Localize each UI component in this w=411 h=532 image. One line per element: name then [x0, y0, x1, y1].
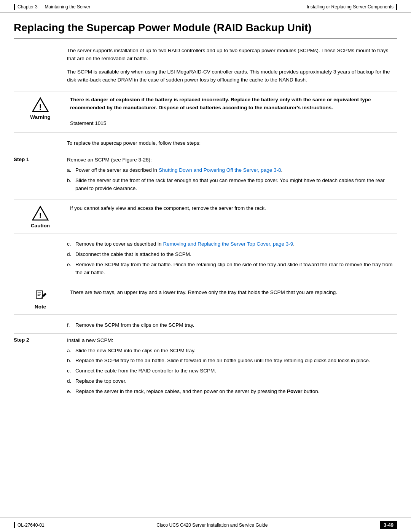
svg-text:!: ! — [39, 211, 41, 220]
step-2-sub-c: c. Connect the cable from the RAID contr… — [67, 367, 397, 375]
step-2-sub-a: a. Slide the new SCPM into the clips on … — [67, 347, 397, 355]
step-1-sub-e-label: e. — [67, 261, 75, 269]
header-chapter: Chapter 3 — [18, 4, 38, 10]
page-footer: OL-27640-01 Cisco UCS C420 Server Instal… — [0, 518, 411, 532]
svg-marker-8 — [42, 293, 46, 297]
step-2-content: Install a new SCPM: — [67, 337, 397, 345]
page-header: Chapter 3 Maintaining the Server Install… — [0, 0, 411, 13]
step-1-sub-b-content: Slide the server out the front of the ra… — [75, 177, 397, 193]
step-2-sub-e-label: e. — [67, 388, 75, 396]
page-title: Replacing the Supercap Power Module (RAI… — [14, 22, 397, 38]
step-2-sub-a-content: Slide the new SCPM into the clips on the… — [75, 347, 397, 355]
caution-content: If you cannot safely view and access the… — [67, 204, 397, 212]
step-1-sub-a-label: a. — [67, 166, 75, 174]
step-1-sub-c-text-before: Remove the top cover as described in — [75, 241, 163, 247]
header-left: Chapter 3 Maintaining the Server — [14, 4, 90, 10]
step-1-sub-c-label: c. — [67, 240, 75, 248]
step-1-sub-a-content: Power off the server as described in Shu… — [75, 166, 397, 174]
warning-icon-col: ! Warning — [14, 96, 67, 120]
step-2-sub-d: d. Replace the top cover. — [67, 377, 397, 385]
step-1-sub-c-link[interactable]: Removing and Replacing the Server Top Co… — [163, 241, 293, 247]
step-1-label: Step 1 — [14, 156, 67, 162]
note-pencil-icon — [33, 289, 47, 303]
footer-doc-id: OL-27640-01 — [18, 522, 45, 528]
step-1-sub-d-label: d. — [67, 251, 75, 259]
header-bar-left-icon — [14, 4, 15, 10]
step-2-sub-b-label: b. — [67, 357, 75, 365]
step-1-continued: c. Remove the top cover as described in … — [14, 240, 397, 277]
step-2-sub-e-text-before: Replace the server in the rack, replace … — [75, 388, 287, 394]
step-1-sub-d: d. Disconnect the cable that is attached… — [67, 251, 397, 259]
step-1-sub-a: a. Power off the server as described in … — [67, 166, 397, 174]
step-2-sub-a-label: a. — [67, 347, 75, 355]
note-icon-col: Note — [14, 289, 67, 310]
step-1-block: Step 1 Remove an SCPM (see Figure 3-28):… — [14, 153, 397, 193]
step-2-sub-b: b. Replace the SCPM tray to the air baff… — [67, 357, 397, 365]
step-1-sub-c-content: Remove the top cover as described in Rem… — [75, 240, 397, 248]
step-1-sub-b: b. Slide the server out the front of the… — [67, 177, 397, 193]
intro-para-1: The server supports installation of up t… — [67, 47, 397, 63]
step-2-sub-c-content: Connect the cable from the RAID controll… — [75, 367, 397, 375]
step-2-sub-e-text-after: button. — [303, 388, 320, 394]
header-right: Installing or Replacing Server Component… — [307, 4, 397, 10]
step-2-sub-e: e. Replace the server in the rack, repla… — [67, 388, 397, 396]
warning-block: ! Warning There is danger of explosion i… — [14, 91, 397, 133]
warning-triangle-icon: ! — [32, 97, 49, 113]
step-2-block: Step 2 Install a new SCPM: a. Slide the … — [14, 333, 397, 396]
step-1-sub-a-link[interactable]: Shutting Down and Powering Off the Serve… — [159, 167, 281, 173]
step-1-content: Remove an SCPM (see Figure 3-28): — [67, 156, 397, 164]
header-right-label: Installing or Replacing Server Component… — [307, 4, 393, 10]
step-2-sub-d-label: d. — [67, 377, 75, 385]
step-1-sub-f-content: Remove the SCPM from the clips on the SC… — [75, 321, 397, 329]
step-1-row: Step 1 Remove an SCPM (see Figure 3-28): — [14, 156, 397, 164]
header-bar-right-icon — [396, 4, 397, 10]
svg-rect-4 — [36, 291, 42, 298]
intro-para-2: The SCPM is available only when using th… — [67, 68, 397, 84]
note-label: Note — [35, 304, 46, 310]
step-1-sub-d-content: Disconnect the cable that is attached to… — [75, 251, 397, 259]
footer-left: OL-27640-01 — [14, 522, 45, 528]
step-1-sub-e-content: Remove the SCPM tray from the air baffle… — [75, 261, 397, 277]
step-1-sub-c: c. Remove the top cover as described in … — [67, 240, 397, 248]
step-1-sub-e: e. Remove the SCPM tray from the air baf… — [67, 261, 397, 277]
step-2-sub-c-label: c. — [67, 367, 75, 375]
step-2-sub-b-content: Replace the SCPM tray to the air baffle.… — [75, 357, 397, 365]
step-1-sub-b-label: b. — [67, 177, 75, 185]
warning-statement: Statement 1015 — [70, 120, 106, 126]
caution-block: ! Caution If you cannot safely view and … — [14, 200, 397, 233]
step-1-sub-a-text-after: . — [281, 167, 283, 173]
caution-triangle-icon: ! — [32, 205, 49, 222]
note-block: Note There are two trays, an upper tray … — [14, 284, 397, 315]
step-1-text: Remove an SCPM (see Figure 3-28): — [67, 157, 152, 163]
warning-text-bold: There is danger of explosion if the batt… — [70, 97, 371, 110]
step-2-sub-d-content: Replace the top cover. — [75, 377, 397, 385]
warning-content: There is danger of explosion if the batt… — [67, 96, 397, 128]
intro-steps: To replace the supercap power module, fo… — [67, 139, 397, 147]
caution-label: Caution — [31, 223, 50, 228]
step-2-row: Step 2 Install a new SCPM: — [14, 337, 397, 345]
step-2-sub-e-content: Replace the server in the rack, replace … — [75, 388, 397, 396]
warning-label: Warning — [30, 114, 51, 120]
footer-bar-icon — [14, 522, 15, 528]
step-1-sub-f-label: f. — [67, 321, 75, 329]
step-2-sub-e-bold: Power — [287, 388, 303, 394]
note-content: There are two trays, an upper tray and a… — [67, 289, 397, 297]
main-content: Replacing the Supercap Power Module (RAI… — [0, 13, 411, 421]
step-1-sub-a-text-before: Power off the server as described in — [75, 167, 159, 173]
header-chapter-label: Maintaining the Server — [45, 4, 90, 10]
caution-icon-col: ! Caution — [14, 204, 67, 228]
step-2-label: Step 2 — [14, 337, 67, 343]
step-1-sub-f: f. Remove the SCPM from the clips on the… — [67, 321, 397, 329]
svg-text:!: ! — [39, 103, 41, 111]
page-number: 3-49 — [380, 521, 397, 529]
step-1-sub-c-text-after: . — [293, 241, 295, 247]
footer-center: Cisco UCS C420 Server Installation and S… — [156, 522, 268, 528]
footer-guide-title: Cisco UCS C420 Server Installation and S… — [156, 522, 268, 528]
